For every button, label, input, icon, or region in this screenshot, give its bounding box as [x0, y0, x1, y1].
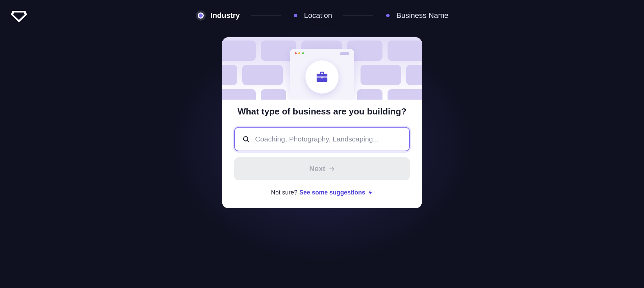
bg-tile	[388, 89, 422, 100]
logo-icon	[11, 9, 27, 22]
step-label: Industry	[210, 11, 240, 20]
step-indicator-inactive	[386, 14, 390, 17]
step-indicator-wrapper	[384, 12, 392, 19]
step-divider	[251, 16, 281, 16]
suggestions-row: Not sure? See some suggestions	[234, 189, 410, 196]
suggestions-prefix: Not sure?	[271, 189, 297, 196]
bg-tile	[242, 65, 283, 85]
svg-point-0	[244, 137, 248, 141]
step-indicator-wrapper	[292, 12, 299, 19]
bg-tile	[222, 65, 237, 85]
stepper: Industry Location Business Name	[196, 10, 448, 21]
step-business-name[interactable]: Business Name	[384, 11, 448, 20]
search-icon	[242, 135, 250, 143]
step-industry[interactable]: Industry	[196, 10, 240, 21]
browser-dot-green	[302, 52, 304, 54]
briefcase-icon	[316, 71, 328, 83]
industry-search-input[interactable]	[234, 127, 410, 151]
next-button[interactable]: Next	[234, 157, 410, 180]
arrow-right-icon	[329, 166, 335, 172]
suggestions-link[interactable]: See some suggestions	[299, 189, 365, 196]
bg-tile	[261, 89, 286, 100]
step-location[interactable]: Location	[292, 11, 332, 20]
header: Industry Location Business Name	[0, 0, 644, 31]
step-indicator-inactive	[294, 14, 297, 17]
step-divider	[343, 16, 373, 16]
card-illustration	[222, 37, 422, 100]
onboarding-card: What type of business are you building? …	[222, 37, 422, 208]
browser-url-bar	[340, 52, 349, 55]
step-label: Location	[304, 11, 332, 20]
browser-mockup	[290, 49, 354, 100]
bolt-icon	[367, 190, 373, 195]
browser-dot-red	[295, 52, 297, 54]
search-wrapper	[234, 127, 410, 151]
bg-tile	[222, 89, 256, 100]
bg-tile	[357, 89, 382, 100]
browser-dot-yellow	[298, 52, 300, 54]
card-body: What type of business are you building? …	[222, 100, 422, 208]
step-indicator-active	[196, 10, 206, 21]
bg-tile	[361, 65, 401, 85]
card-title: What type of business are you building?	[234, 106, 410, 117]
briefcase-circle	[305, 60, 339, 94]
step-label: Business Name	[396, 11, 448, 20]
next-button-label: Next	[309, 164, 325, 173]
svg-line-1	[247, 140, 249, 142]
bg-tile	[388, 41, 422, 61]
bg-tile	[406, 65, 422, 85]
bg-tile	[222, 41, 256, 61]
